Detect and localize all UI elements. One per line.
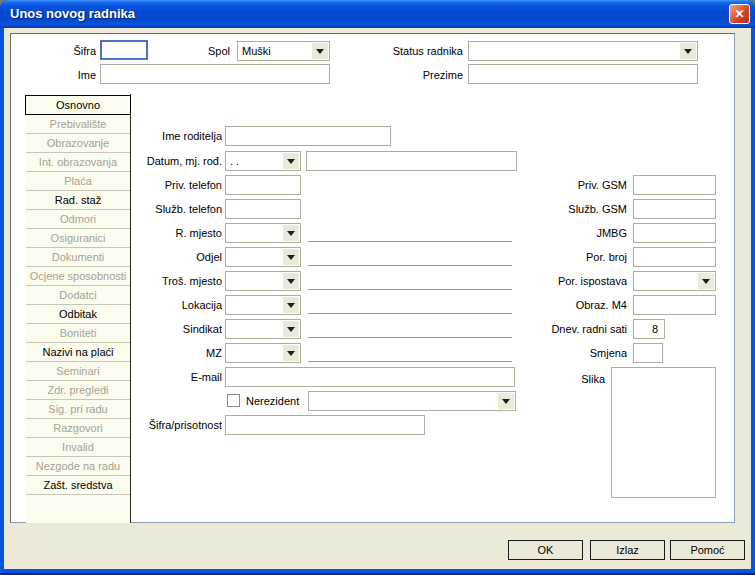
sidebar-item-osnovno[interactable]: Osnovno [25,95,131,115]
nerezident-checkbox[interactable] [227,394,240,407]
pomoc-button[interactable]: Pomoć [670,540,745,560]
priv-telefon-label: Priv. telefon [92,175,222,195]
mz-label: MZ [92,343,222,363]
sifra-prisotnost-input[interactable] [225,415,425,435]
ime-roditelja-input[interactable] [225,126,391,146]
tros-mjesto-description-line [308,289,512,290]
ime-input[interactable] [100,64,330,84]
sluzb-telefon-input[interactable] [225,199,301,219]
datum-rodjenja-value: . . [230,152,282,170]
email-input[interactable] [225,367,515,387]
sluzb-gsm-input[interactable] [633,199,716,219]
priv-gsm-label: Priv. GSM [539,175,627,195]
priv-telefon-input[interactable] [225,175,301,195]
lokacija-label: Lokacija [92,295,222,315]
chevron-down-icon[interactable] [283,345,299,361]
titlebar[interactable]: Unos novog radnika ✕ [0,0,755,28]
chevron-down-icon[interactable] [680,43,696,59]
por-ispostava-select[interactable] [633,271,716,291]
slika-picturebox [611,367,716,498]
status-radnika-select[interactable] [468,41,698,61]
close-button[interactable]: ✕ [729,4,750,24]
sifra-prisotnost-label: Šifra/prisotnost [92,415,222,435]
mjesto-rodjenja-input[interactable] [306,151,517,171]
chevron-down-icon[interactable] [498,393,514,409]
r-mjesto-description-line [308,241,512,242]
mz-description-line [308,361,512,362]
nerezident-select[interactable] [308,391,516,411]
sindikat-label: Sindikat [92,319,222,339]
obraz-m4-label: Obraz. M4 [539,295,627,315]
datum-rodjenja-label: Datum, mj. rođ. [92,151,222,171]
por-ispostava-label: Por. ispostava [539,271,627,291]
dnev-radni-sati-label: Dnev. radni sati [539,319,627,339]
sidebar-item-invalid[interactable]: Invalid [26,438,130,457]
r-mjesto-label: R. mjesto [92,223,222,243]
jmbg-input[interactable] [633,223,716,243]
lokacija-select[interactable] [225,295,301,315]
izlaz-button[interactable]: Izlaz [590,540,665,560]
prezime-input[interactable] [468,64,698,84]
sluzb-gsm-label: Služb. GSM [539,199,627,219]
tros-mjesto-label: Troš. mjesto [92,271,222,291]
dnev-radni-sati-input[interactable] [633,319,665,339]
por-broj-label: Por. broj [539,247,627,267]
ime-roditelja-label: Ime roditelja [92,126,222,146]
datum-rodjenja-select[interactable]: . . [225,151,301,171]
slika-label: Slika [495,369,605,389]
chevron-down-icon[interactable] [283,273,299,289]
spol-value: Muški [242,42,311,60]
chevron-down-icon[interactable] [283,321,299,337]
smjena-input[interactable] [633,343,663,363]
lokacija-description-line [308,313,512,314]
tros-mjesto-select[interactable] [225,271,301,291]
dialog-window: Unos novog radnika ✕ Šifra Spol Muški St… [0,0,755,575]
chevron-down-icon[interactable] [283,249,299,265]
odjel-label: Odjel [92,247,222,267]
odjel-description-line [308,265,512,266]
spol-select[interactable]: Muški [237,41,330,61]
sifra-input[interactable] [100,40,148,60]
smjena-label: Smjena [539,343,627,363]
obraz-m4-input[interactable] [633,295,716,315]
close-icon: ✕ [734,7,744,21]
r-mjesto-select[interactable] [225,223,301,243]
jmbg-label: JMBG [539,223,627,243]
sluzb-telefon-label: Služb. telefon [92,199,222,219]
status-radnika-label: Status radnika [350,41,463,61]
mz-select[interactable] [225,343,301,363]
spol-label: Spol [160,41,230,61]
window-title: Unos novog radnika [10,0,135,27]
sifra-label: Šifra [20,41,96,61]
ime-label: Ime [20,65,96,85]
prezime-label: Prezime [370,65,463,85]
priv-gsm-input[interactable] [633,175,716,195]
chevron-down-icon[interactable] [283,225,299,241]
sindikat-select[interactable] [225,319,301,339]
sindikat-description-line [308,337,512,338]
sidebar-item-nezgode-na-radu[interactable]: Nezgode na radu [26,457,130,476]
chevron-down-icon[interactable] [698,273,714,289]
por-broj-input[interactable] [633,247,716,267]
ok-button[interactable]: OK [508,540,583,560]
chevron-down-icon[interactable] [283,153,299,169]
sidebar-item-zast-sredstva[interactable]: Zašt. sredstva [26,476,130,495]
chevron-down-icon[interactable] [283,297,299,313]
email-label: E-mail [92,367,222,387]
odjel-select[interactable] [225,247,301,267]
chevron-down-icon[interactable] [312,43,328,59]
